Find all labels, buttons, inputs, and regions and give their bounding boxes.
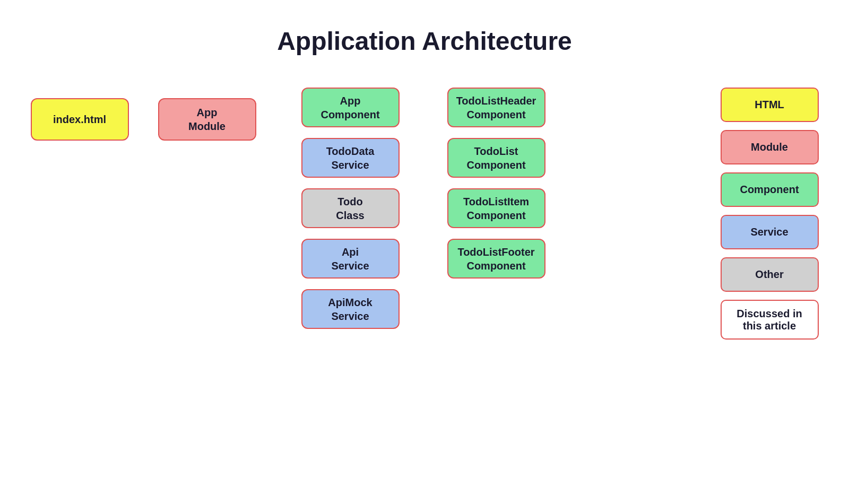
legend-component: Component	[721, 172, 819, 207]
node-todolist-component: TodoListComponent	[447, 138, 545, 178]
node-index-html: index.html	[31, 98, 129, 141]
col-legend: HTML Module Component Service Other Disc…	[716, 88, 822, 340]
architecture-diagram: index.html AppModule AppComponent TodoDa…	[0, 88, 849, 340]
node-todolistheader-component: TodoListHeaderComponent	[447, 88, 545, 127]
legend-discussed: Discussed inthis article	[721, 300, 819, 340]
col-index: index.html	[27, 88, 133, 141]
col-module: AppModule	[149, 88, 265, 141]
legend-other: Other	[721, 257, 819, 292]
col-todo: TodoListHeaderComponent TodoListComponen…	[435, 88, 557, 279]
node-api-service: ApiService	[301, 239, 400, 279]
node-apimock-service: ApiMockService	[301, 289, 400, 329]
node-app-module: AppModule	[158, 98, 256, 141]
page-title: Application Architecture	[0, 0, 849, 88]
legend-service: Service	[721, 215, 819, 249]
col-app: AppComponent TodoDataService TodoClass A…	[292, 88, 409, 329]
node-todolistfooter-component: TodoListFooterComponent	[447, 239, 545, 279]
node-todo-class: TodoClass	[301, 188, 400, 228]
node-app-component: AppComponent	[301, 88, 400, 127]
legend-module: Module	[721, 130, 819, 164]
node-tododata-service: TodoDataService	[301, 138, 400, 178]
legend-html: HTML	[721, 88, 819, 122]
node-todolistitem-component: TodoListItemComponent	[447, 188, 545, 228]
